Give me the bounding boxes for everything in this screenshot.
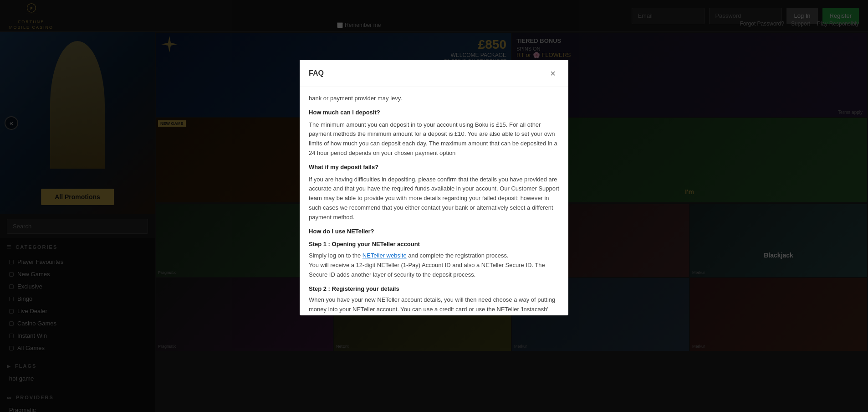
modal-overlay[interactable]: FAQ × bank or payment provider may levy.… [0,0,868,412]
faq-step1-rest: and complete the registration process. [408,252,508,259]
faq-step1-title: Step 1 : Opening your NETeller account [309,240,559,249]
faq-intro: bank or payment provider may levy. [309,94,559,103]
faq-step1-body: Simply log on to the NETeller website an… [309,251,559,279]
faq-step1-intro: Simply log on to the [309,252,361,259]
faq-answer-1: The minimum amount you can deposit in to… [309,120,559,158]
faq-question-3: How do I use NETeller? [309,227,559,237]
faq-step2-body: When you have your new NETeller account … [309,295,559,315]
faq-close-button[interactable]: × [546,67,559,80]
faq-question-2: What if my deposit fails? [309,163,559,172]
faq-neteller-link[interactable]: NETeller website [363,252,407,259]
faq-modal: FAQ × bank or payment provider may levy.… [300,60,568,315]
faq-header: FAQ × [300,60,568,87]
faq-title: FAQ [309,69,324,77]
faq-question-1: How much can I deposit? [309,108,559,118]
faq-step2-title: Step 2 : Registering your details [309,284,559,294]
faq-answer-2: If you are having difficulties in deposi… [309,175,559,222]
faq-body[interactable]: bank or payment provider may levy. How m… [300,87,568,315]
faq-step1-line2: You will receive a 12-digit NETeller (1-… [309,262,545,278]
